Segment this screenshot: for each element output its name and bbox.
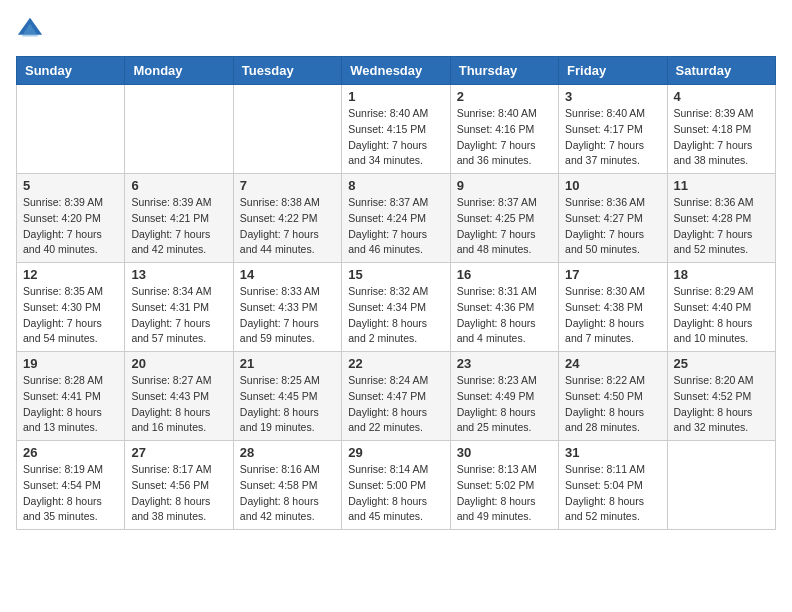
calendar-cell: 17Sunrise: 8:30 AMSunset: 4:38 PMDayligh… bbox=[559, 263, 667, 352]
calendar-cell: 15Sunrise: 8:32 AMSunset: 4:34 PMDayligh… bbox=[342, 263, 450, 352]
day-number: 23 bbox=[457, 356, 552, 371]
day-number: 17 bbox=[565, 267, 660, 282]
day-number: 6 bbox=[131, 178, 226, 193]
day-info: Sunrise: 8:20 AMSunset: 4:52 PMDaylight:… bbox=[674, 373, 769, 436]
calendar-cell bbox=[125, 85, 233, 174]
day-info: Sunrise: 8:40 AMSunset: 4:15 PMDaylight:… bbox=[348, 106, 443, 169]
calendar-cell bbox=[233, 85, 341, 174]
calendar-header-row: SundayMondayTuesdayWednesdayThursdayFrid… bbox=[17, 57, 776, 85]
day-number: 11 bbox=[674, 178, 769, 193]
day-number: 27 bbox=[131, 445, 226, 460]
calendar-cell: 31Sunrise: 8:11 AMSunset: 5:04 PMDayligh… bbox=[559, 441, 667, 530]
day-info: Sunrise: 8:19 AMSunset: 4:54 PMDaylight:… bbox=[23, 462, 118, 525]
day-number: 19 bbox=[23, 356, 118, 371]
header-saturday: Saturday bbox=[667, 57, 775, 85]
calendar-cell: 29Sunrise: 8:14 AMSunset: 5:00 PMDayligh… bbox=[342, 441, 450, 530]
calendar-cell: 22Sunrise: 8:24 AMSunset: 4:47 PMDayligh… bbox=[342, 352, 450, 441]
day-info: Sunrise: 8:13 AMSunset: 5:02 PMDaylight:… bbox=[457, 462, 552, 525]
day-number: 12 bbox=[23, 267, 118, 282]
day-number: 18 bbox=[674, 267, 769, 282]
day-number: 5 bbox=[23, 178, 118, 193]
calendar-cell: 9Sunrise: 8:37 AMSunset: 4:25 PMDaylight… bbox=[450, 174, 558, 263]
day-info: Sunrise: 8:37 AMSunset: 4:25 PMDaylight:… bbox=[457, 195, 552, 258]
day-number: 16 bbox=[457, 267, 552, 282]
calendar-cell: 24Sunrise: 8:22 AMSunset: 4:50 PMDayligh… bbox=[559, 352, 667, 441]
header-friday: Friday bbox=[559, 57, 667, 85]
day-number: 20 bbox=[131, 356, 226, 371]
day-number: 8 bbox=[348, 178, 443, 193]
day-info: Sunrise: 8:27 AMSunset: 4:43 PMDaylight:… bbox=[131, 373, 226, 436]
day-info: Sunrise: 8:36 AMSunset: 4:28 PMDaylight:… bbox=[674, 195, 769, 258]
header-wednesday: Wednesday bbox=[342, 57, 450, 85]
page-header bbox=[16, 16, 776, 44]
day-info: Sunrise: 8:11 AMSunset: 5:04 PMDaylight:… bbox=[565, 462, 660, 525]
day-info: Sunrise: 8:29 AMSunset: 4:40 PMDaylight:… bbox=[674, 284, 769, 347]
day-number: 30 bbox=[457, 445, 552, 460]
logo bbox=[16, 16, 48, 44]
calendar-cell: 28Sunrise: 8:16 AMSunset: 4:58 PMDayligh… bbox=[233, 441, 341, 530]
calendar-cell: 14Sunrise: 8:33 AMSunset: 4:33 PMDayligh… bbox=[233, 263, 341, 352]
day-number: 1 bbox=[348, 89, 443, 104]
day-number: 22 bbox=[348, 356, 443, 371]
day-number: 14 bbox=[240, 267, 335, 282]
day-number: 28 bbox=[240, 445, 335, 460]
day-info: Sunrise: 8:37 AMSunset: 4:24 PMDaylight:… bbox=[348, 195, 443, 258]
calendar-cell: 12Sunrise: 8:35 AMSunset: 4:30 PMDayligh… bbox=[17, 263, 125, 352]
calendar-cell: 1Sunrise: 8:40 AMSunset: 4:15 PMDaylight… bbox=[342, 85, 450, 174]
day-number: 13 bbox=[131, 267, 226, 282]
calendar-cell: 20Sunrise: 8:27 AMSunset: 4:43 PMDayligh… bbox=[125, 352, 233, 441]
calendar-cell: 7Sunrise: 8:38 AMSunset: 4:22 PMDaylight… bbox=[233, 174, 341, 263]
header-sunday: Sunday bbox=[17, 57, 125, 85]
calendar-cell: 26Sunrise: 8:19 AMSunset: 4:54 PMDayligh… bbox=[17, 441, 125, 530]
calendar-cell: 18Sunrise: 8:29 AMSunset: 4:40 PMDayligh… bbox=[667, 263, 775, 352]
day-info: Sunrise: 8:40 AMSunset: 4:17 PMDaylight:… bbox=[565, 106, 660, 169]
header-tuesday: Tuesday bbox=[233, 57, 341, 85]
calendar-cell: 2Sunrise: 8:40 AMSunset: 4:16 PMDaylight… bbox=[450, 85, 558, 174]
calendar-cell: 16Sunrise: 8:31 AMSunset: 4:36 PMDayligh… bbox=[450, 263, 558, 352]
day-number: 24 bbox=[565, 356, 660, 371]
day-info: Sunrise: 8:38 AMSunset: 4:22 PMDaylight:… bbox=[240, 195, 335, 258]
day-info: Sunrise: 8:23 AMSunset: 4:49 PMDaylight:… bbox=[457, 373, 552, 436]
day-number: 25 bbox=[674, 356, 769, 371]
day-number: 3 bbox=[565, 89, 660, 104]
day-number: 4 bbox=[674, 89, 769, 104]
day-info: Sunrise: 8:39 AMSunset: 4:21 PMDaylight:… bbox=[131, 195, 226, 258]
header-monday: Monday bbox=[125, 57, 233, 85]
calendar-cell: 19Sunrise: 8:28 AMSunset: 4:41 PMDayligh… bbox=[17, 352, 125, 441]
day-number: 21 bbox=[240, 356, 335, 371]
calendar-week-3: 12Sunrise: 8:35 AMSunset: 4:30 PMDayligh… bbox=[17, 263, 776, 352]
calendar-cell: 10Sunrise: 8:36 AMSunset: 4:27 PMDayligh… bbox=[559, 174, 667, 263]
calendar-table: SundayMondayTuesdayWednesdayThursdayFrid… bbox=[16, 56, 776, 530]
day-number: 31 bbox=[565, 445, 660, 460]
day-info: Sunrise: 8:25 AMSunset: 4:45 PMDaylight:… bbox=[240, 373, 335, 436]
calendar-week-1: 1Sunrise: 8:40 AMSunset: 4:15 PMDaylight… bbox=[17, 85, 776, 174]
day-number: 9 bbox=[457, 178, 552, 193]
day-info: Sunrise: 8:39 AMSunset: 4:18 PMDaylight:… bbox=[674, 106, 769, 169]
day-number: 2 bbox=[457, 89, 552, 104]
day-number: 10 bbox=[565, 178, 660, 193]
calendar-week-5: 26Sunrise: 8:19 AMSunset: 4:54 PMDayligh… bbox=[17, 441, 776, 530]
calendar-cell: 25Sunrise: 8:20 AMSunset: 4:52 PMDayligh… bbox=[667, 352, 775, 441]
calendar-week-2: 5Sunrise: 8:39 AMSunset: 4:20 PMDaylight… bbox=[17, 174, 776, 263]
day-number: 29 bbox=[348, 445, 443, 460]
day-info: Sunrise: 8:34 AMSunset: 4:31 PMDaylight:… bbox=[131, 284, 226, 347]
day-info: Sunrise: 8:30 AMSunset: 4:38 PMDaylight:… bbox=[565, 284, 660, 347]
calendar-cell: 21Sunrise: 8:25 AMSunset: 4:45 PMDayligh… bbox=[233, 352, 341, 441]
day-number: 15 bbox=[348, 267, 443, 282]
day-number: 26 bbox=[23, 445, 118, 460]
calendar-cell bbox=[667, 441, 775, 530]
day-info: Sunrise: 8:22 AMSunset: 4:50 PMDaylight:… bbox=[565, 373, 660, 436]
day-info: Sunrise: 8:33 AMSunset: 4:33 PMDaylight:… bbox=[240, 284, 335, 347]
calendar-cell: 5Sunrise: 8:39 AMSunset: 4:20 PMDaylight… bbox=[17, 174, 125, 263]
day-info: Sunrise: 8:36 AMSunset: 4:27 PMDaylight:… bbox=[565, 195, 660, 258]
day-info: Sunrise: 8:39 AMSunset: 4:20 PMDaylight:… bbox=[23, 195, 118, 258]
day-info: Sunrise: 8:35 AMSunset: 4:30 PMDaylight:… bbox=[23, 284, 118, 347]
logo-icon bbox=[16, 16, 44, 44]
day-info: Sunrise: 8:32 AMSunset: 4:34 PMDaylight:… bbox=[348, 284, 443, 347]
calendar-cell: 8Sunrise: 8:37 AMSunset: 4:24 PMDaylight… bbox=[342, 174, 450, 263]
calendar-week-4: 19Sunrise: 8:28 AMSunset: 4:41 PMDayligh… bbox=[17, 352, 776, 441]
calendar-cell: 4Sunrise: 8:39 AMSunset: 4:18 PMDaylight… bbox=[667, 85, 775, 174]
day-info: Sunrise: 8:31 AMSunset: 4:36 PMDaylight:… bbox=[457, 284, 552, 347]
day-number: 7 bbox=[240, 178, 335, 193]
day-info: Sunrise: 8:40 AMSunset: 4:16 PMDaylight:… bbox=[457, 106, 552, 169]
